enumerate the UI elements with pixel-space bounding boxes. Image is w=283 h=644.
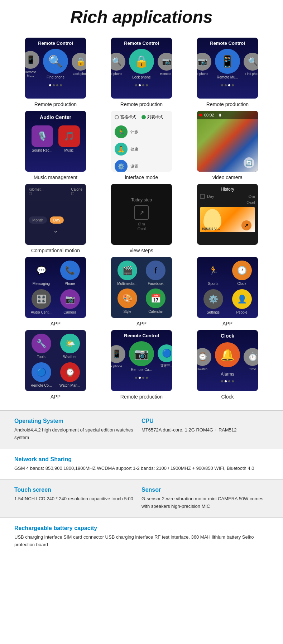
radio-list <box>142 115 146 119</box>
sensor-text: G-sensor 2-wire vibration motor mini CAM… <box>142 495 269 510</box>
specs-section: Operating System Android4.4.2 high devel… <box>0 410 283 556</box>
sports-icon: 🏃 <box>203 261 223 280</box>
sensor-title: Sensor <box>142 487 269 493</box>
app-item-app2: 🎬 Multimedia... f Facebook 🎨 Style 📅 Cal… <box>100 257 183 326</box>
screenshot-remote-lock: Remote Control 🔍 d phone 🔒 Lock phone 📷 … <box>111 38 172 99</box>
day-tab[interactable]: Day <box>50 216 64 224</box>
clock-icon-left: ⌚ <box>197 348 211 366</box>
radio-grid <box>115 115 119 119</box>
screenshot-interface: 宫格样式 列表样式 🏃 计步 🧘 健康 ⚙️ 设置 <box>111 111 172 172</box>
specs-col-sensor: Sensor G-sensor 2-wire vibration motor m… <box>142 487 269 510</box>
month-tab[interactable]: Month <box>29 216 47 224</box>
rc-icon-phone4: 📱 <box>111 345 125 363</box>
app-item-app3: 🏃 Sports 🕐 Clock ⚙️ Settings 👤 People <box>186 257 269 326</box>
app-item-history: History Day ∅m ∅cel ↗ equals 0... <box>186 184 269 253</box>
facebook-icon: f <box>146 261 166 280</box>
app-item-clock: Clock ⌚ swatch 🔔 Alarms ⏱️ Time <box>186 330 269 400</box>
messaging-icon: 💬 <box>32 261 51 280</box>
screenshot-motion: Kilomet... ▢ Calorie ▢ Month Day ⌄ <box>25 184 86 245</box>
app-label-remote-music: Remote production <box>206 101 249 107</box>
menu-run-icon: 🏃 <box>115 125 128 138</box>
steps-title: Today step <box>131 197 152 202</box>
clock-icon-right: ⏱️ <box>244 348 258 366</box>
phone-icon: 📞 <box>60 261 80 280</box>
app-item-steps: Today step ↗ ∅m ∅cal view steps <box>100 184 183 253</box>
settings-icon-app: ⚙️ <box>203 289 223 309</box>
steps-icon: ↗ <box>134 205 149 220</box>
app-label-app4: APP <box>51 394 61 400</box>
specs-col-cpu: CPU MT6572A dual-core, 1.2G ROM4G + RAM5… <box>142 418 269 442</box>
history-title: History <box>200 187 255 192</box>
chevron-icon: ⌄ <box>29 226 82 234</box>
app-grid: Remote Control 📱 Remote Mu... 🔍 Find pho… <box>0 38 283 407</box>
menu-health-icon: 🧘 <box>115 143 128 156</box>
app-label-remote-lock: Remote production <box>120 101 163 107</box>
screenshot-history: History Day ∅m ∅cel ↗ equals 0... <box>197 184 258 245</box>
app-label-motion: Computational motion <box>31 248 80 253</box>
specs-row-touch-sensor: Touch screen 1.54INCH LCD 240 * 240 reso… <box>0 480 283 518</box>
audio-icon-rec: 🎙️ <box>32 125 53 147</box>
touch-title: Touch screen <box>14 487 142 493</box>
clock-icon-app: 🕐 <box>232 261 252 280</box>
food-image: ↗ equals 0... <box>200 207 255 232</box>
rc-icon-bt: 🔵 <box>158 344 172 362</box>
battery-title: Rechargeable battery capacity <box>14 525 269 531</box>
os-title: Operating System <box>14 418 142 424</box>
audio-icon-music: 🎵 <box>58 125 80 147</box>
rc-title-2: Remote Control <box>124 40 159 46</box>
screenshot-app4: 🔧 Tools 🌤️ Weather 🔵 Remote Co... ⌚ Watc… <box>25 330 86 391</box>
app-item-remote-music: Remote Control 📷 d phone 📱 Remote Mu... … <box>186 38 269 107</box>
rc-title-3: Remote Control <box>210 40 245 46</box>
people-icon: 👤 <box>232 289 252 309</box>
app-item-remote-lock: Remote Control 🔍 d phone 🔒 Lock phone 📷 … <box>100 38 183 107</box>
app-item-video: 00:02 ⏸ 🔄 video camera <box>186 111 269 180</box>
network-text: GSM 4 bands: 850,900,1800,1900MHZ WCDMA … <box>14 465 269 472</box>
rec-indicator <box>199 114 202 116</box>
app-label-remote-find: Remote production <box>34 101 77 107</box>
video-time: 00:02 <box>204 113 214 117</box>
clock-screen-title: Clock <box>221 333 234 339</box>
page-title: Rich applications <box>0 0 283 38</box>
cpu-text: MT6572A dual-core, 1.2G ROM4G + RAM512 <box>142 426 269 434</box>
touch-text: 1.54INCH LCD 240 * 240 resolution capaci… <box>14 495 142 503</box>
rc-icon-lock: 🔒 <box>72 53 86 71</box>
specs-col-touch: Touch screen 1.54INCH LCD 240 * 240 reso… <box>14 487 142 510</box>
app-label-app3: APP <box>222 321 232 326</box>
app-item-interface: 宫格样式 列表样式 🏃 计步 🧘 健康 ⚙️ 设置 <box>100 111 183 180</box>
app-item-app4: 🔧 Tools 🌤️ Weather 🔵 Remote Co... ⌚ Watc… <box>14 330 97 400</box>
app-item-app1: 💬 Messaging 📞 Phone 🎛️ Audio Cent... 📷 C… <box>14 257 97 326</box>
app-label-video: video camera <box>212 175 243 180</box>
app-item-remote-find: Remote Control 📱 Remote Mu... 🔍 Find pho… <box>14 38 97 107</box>
app-label-interface: interface mode <box>125 175 158 180</box>
battery-text: USB charging interface SIM card connecto… <box>14 534 269 549</box>
camera-icon: 📷 <box>60 289 80 309</box>
rc-icon-music: 📱 <box>215 49 240 74</box>
rc-icon-cam2: 📷 <box>158 53 172 71</box>
rc-icon-find3b: 🔍 <box>244 53 258 71</box>
screenshot-clock: Clock ⌚ swatch 🔔 Alarms ⏱️ Time <box>197 330 258 391</box>
alarm-icon: 🔔 <box>215 342 240 367</box>
screenshot-app1: 💬 Messaging 📞 Phone 🎛️ Audio Cent... 📷 C… <box>25 257 86 318</box>
cpu-title: CPU <box>142 418 269 424</box>
rc-title-cam: Remote Control <box>124 333 159 338</box>
rc-icon-lock2: 🔒 <box>129 49 154 74</box>
specs-row-os-cpu: Operating System Android4.4.2 high devel… <box>0 411 283 449</box>
app-item-audio: Audio Center 🎙️ Sound Rec... 🎵 Music Mus… <box>14 111 97 180</box>
multimedia-icon: 🎬 <box>117 261 137 280</box>
rc-title-1: Remote Control <box>38 40 73 46</box>
screenshot-app3: 🏃 Sports 🕐 Clock ⚙️ Settings 👤 People <box>197 257 258 318</box>
app-item-motion: Kilomet... ▢ Calorie ▢ Month Day ⌄ Compu… <box>14 184 97 253</box>
app-label-app1: APP <box>51 321 61 326</box>
app-label-steps: view steps <box>130 248 153 253</box>
history-checkbox-day <box>200 194 205 199</box>
app-label-audio: Music management <box>34 175 77 180</box>
app-label-app2: APP <box>136 321 147 326</box>
tools-icon: 🔧 <box>32 334 51 353</box>
screenshot-remote-find: Remote Control 📱 Remote Mu... 🔍 Find pho… <box>25 38 86 99</box>
video-content: 🔄 <box>197 111 258 172</box>
bluetooth-icon: 🔵 <box>32 362 51 382</box>
weather-icon: 🌤️ <box>60 334 80 353</box>
audio-title: Audio Center <box>40 114 71 120</box>
rc-icon-find2: 🔍 <box>111 53 125 71</box>
specs-row-network: Network and Sharing GSM 4 bands: 850,900… <box>0 449 283 480</box>
